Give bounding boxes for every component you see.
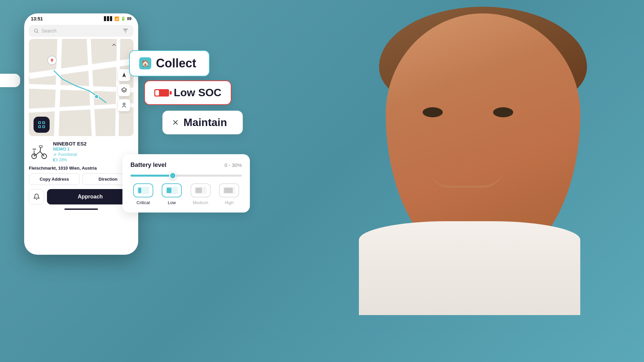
status-icons: ▋▋▋ 📶 🔋 89 [104, 16, 131, 21]
low-soc-card[interactable]: Low SOC [144, 80, 231, 105]
wifi-icon: 📶 [114, 16, 119, 21]
medium-icon-box [191, 183, 211, 197]
battery-panel: Battery level 0 - 30% Critical Low [122, 154, 250, 213]
approach-button[interactable]: Approach [47, 189, 133, 204]
current-location-dot [94, 94, 99, 99]
maintain-label: Maintain [183, 116, 227, 129]
low-icon-box [162, 183, 182, 197]
battery-panel-header: Battery level 0 - 30% [130, 162, 242, 169]
battery-panel-title: Battery level [130, 162, 166, 169]
navigation-button[interactable] [118, 69, 130, 81]
svg-marker-9 [122, 88, 127, 91]
battery-percent: 28% [59, 158, 67, 162]
low-label: Low [168, 200, 176, 205]
filter-icon [122, 27, 129, 34]
action-buttons-row: Copy Address Direction [29, 173, 133, 185]
low-soc-battery-icon [154, 89, 169, 97]
time-display: 13:51 [31, 16, 43, 21]
critical-icon-box [133, 183, 153, 197]
low-battery-inner [166, 187, 178, 194]
vehicle-battery: 28% [53, 158, 133, 162]
map-view[interactable] [29, 39, 133, 136]
svg-point-10 [123, 103, 125, 105]
svg-rect-11 [39, 122, 41, 124]
search-icon [34, 28, 39, 34]
svg-rect-20 [39, 145, 42, 147]
battery-option-low[interactable]: Low [159, 183, 185, 205]
critical-fill [138, 188, 141, 193]
layers-button[interactable] [118, 84, 130, 96]
battery-icon: 🔋 [121, 16, 126, 21]
maintain-card[interactable]: ✕ Maintain [162, 111, 243, 134]
expand-handle[interactable] [111, 42, 117, 50]
user-location-button[interactable] [118, 99, 130, 111]
svg-line-1 [37, 32, 38, 33]
critical-battery-inner [137, 187, 149, 194]
collect-icon: 🏠 [139, 57, 151, 69]
scooter-image [29, 141, 49, 162]
map-pin [47, 56, 57, 65]
copy-address-button[interactable]: Copy Address [29, 173, 80, 185]
person-photo [309, 0, 644, 362]
address-text: Fleischmarkt, 1010 Wien, Austria [29, 166, 133, 171]
scan-button[interactable] [34, 117, 50, 133]
high-icon-box [219, 183, 239, 197]
left-panel [0, 74, 20, 87]
vehicle-name: NEMO 1 [53, 146, 133, 152]
svg-rect-12 [43, 122, 45, 124]
vehicle-card: NINEBOT ES2 NEMO 1 Functional 28% [24, 136, 138, 162]
svg-marker-8 [122, 73, 126, 77]
svg-rect-26 [57, 160, 58, 160]
signal-icon: ▋▋▋ [104, 16, 113, 21]
vehicle-model: NINEBOT ES2 [53, 141, 133, 146]
vehicle-status: Functional [53, 152, 133, 157]
low-soc-label: Low SOC [174, 86, 221, 99]
slider-fill [130, 175, 173, 177]
medium-label: Medium [193, 200, 208, 205]
battery-options: Critical Low Medium [130, 183, 242, 205]
high-label: High [225, 200, 234, 205]
status-bar: 13:51 ▋▋▋ 📶 🔋 89 [24, 13, 138, 23]
battery-option-critical[interactable]: Critical [130, 183, 156, 205]
battery-option-high[interactable]: High [217, 183, 242, 205]
slider-thumb[interactable] [169, 172, 176, 179]
high-fill [224, 188, 233, 193]
low-fill [167, 188, 171, 193]
medium-fill [196, 188, 202, 193]
functional-status: Functional [58, 152, 77, 157]
bell-button[interactable] [29, 189, 44, 204]
svg-point-0 [35, 29, 38, 32]
search-placeholder: Search [42, 28, 56, 34]
vehicle-info: NINEBOT ES2 NEMO 1 Functional 28% [53, 141, 133, 162]
phone-mockup: 13:51 ▋▋▋ 📶 🔋 89 Search [24, 13, 138, 255]
collect-label: Collect [156, 56, 196, 70]
battery-slider[interactable] [130, 175, 242, 177]
battery-option-medium[interactable]: Medium [188, 183, 213, 205]
critical-label: Critical [137, 200, 150, 205]
high-battery-inner [223, 187, 235, 194]
search-bar[interactable]: Search [29, 25, 133, 37]
svg-rect-25 [53, 159, 55, 161]
medium-battery-inner [195, 187, 207, 194]
battery-range: 0 - 30% [224, 162, 242, 168]
bottom-actions-row: Approach [29, 189, 133, 204]
svg-rect-13 [39, 126, 41, 128]
home-indicator [64, 208, 98, 210]
wrench-icon: ✕ [172, 118, 179, 127]
collect-card[interactable]: 🏠 Collect [129, 50, 210, 76]
svg-point-6 [52, 60, 52, 60]
svg-rect-14 [43, 126, 45, 128]
